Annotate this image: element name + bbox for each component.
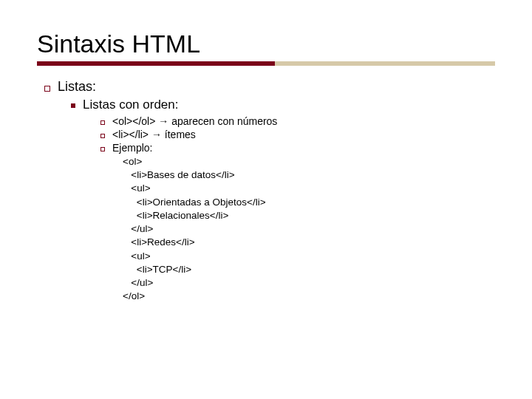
list-item-lvl2: Listas con orden: — [71, 98, 495, 112]
code-line: <li>Relacionales</li> — [123, 209, 495, 222]
code-line: <li>Redes</li> — [123, 236, 495, 249]
list-item-lvl1: Listas: — [44, 79, 495, 95]
code-line: <ul> — [123, 250, 495, 263]
code-line: <li>Orientadas a Objetos</li> — [123, 196, 495, 209]
lvl2-text: Listas con orden: — [83, 98, 178, 112]
code-line: <li>TCP</li> — [123, 263, 495, 276]
list-item-lvl3: <li></li> → ítemes — [100, 129, 495, 140]
lvl3-text: <ol></ol> → aparecen con números — [112, 115, 277, 127]
lvl1-text: Listas: — [58, 79, 96, 94]
code-line: </ol> — [123, 290, 495, 303]
list-item-lvl3: <ol></ol> → aparecen con números — [100, 115, 495, 127]
code-line: <ul> — [123, 182, 495, 195]
code-example: <ol> <li>Bases de datos</li> <ul> <li>Or… — [123, 155, 495, 303]
code-line: <ol> — [123, 155, 495, 168]
square-bullet-icon — [100, 147, 105, 151]
square-bullet-icon — [71, 103, 75, 108]
square-bullet-icon — [100, 120, 105, 125]
slide-title: Sintaxis HTML — [37, 30, 495, 58]
code-line: <li>Bases de datos</li> — [123, 168, 495, 182]
title-underline — [37, 61, 495, 66]
lvl3-text: Ejemplo: — [112, 142, 152, 154]
square-bullet-icon — [100, 134, 105, 138]
square-bullet-icon — [44, 86, 50, 92]
list-item-lvl3: Ejemplo: — [100, 142, 495, 154]
code-line: </ul> — [123, 276, 495, 290]
lvl3-text: <li></li> → ítemes — [112, 129, 196, 140]
code-line: </ul> — [123, 222, 495, 236]
